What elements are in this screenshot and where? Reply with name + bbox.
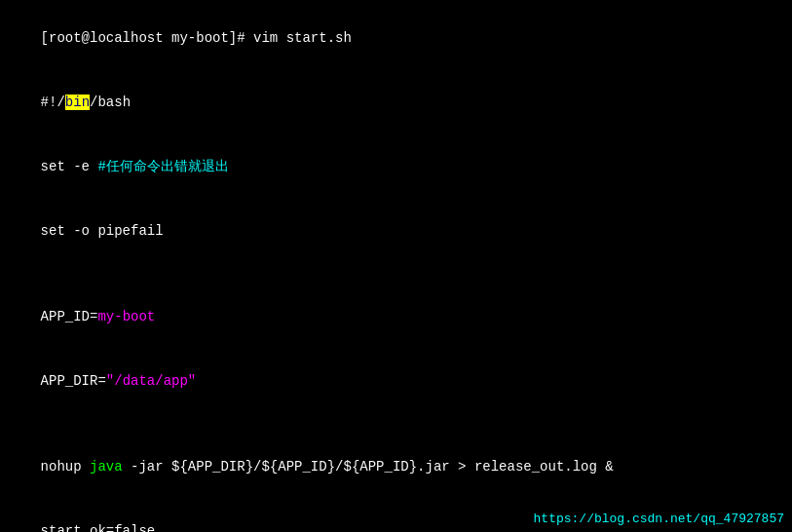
set-o-cmd: set -o pipefail — [41, 223, 164, 239]
app-dir-val: "/data/app" — [106, 373, 196, 389]
line-app-id: APP_ID=my-boot — [8, 285, 784, 349]
line-set-e: set -e #任何命令出错就退出 — [8, 134, 784, 199]
line-set-o: set -o pipefail — [8, 199, 784, 263]
line-nohup: nohup java -jar ${APP_DIR}/${APP_ID}/${A… — [8, 435, 784, 499]
nohup-cmd: nohup — [41, 459, 90, 475]
nohup-rest: -jar ${APP_DIR}/${APP_ID}/${APP_ID}.jar … — [123, 459, 614, 475]
shebang-bash: /bash — [90, 95, 131, 110]
line-shebang: #!/bin/bash — [8, 70, 784, 134]
shebang-prefix: #!/ — [41, 95, 65, 110]
app-id-var: APP_ID — [41, 309, 90, 324]
line-blank2 — [8, 413, 784, 435]
blog-url: https://blog.csdn.net/qq_47927857 — [534, 512, 784, 526]
start-ok-text: start_ok=false — [41, 523, 156, 532]
shebang-bin: bin — [65, 95, 90, 110]
line-blank1 — [8, 263, 784, 285]
line-prompt: [root@localhost my-boot]# vim start.sh — [8, 6, 784, 70]
app-dir-var: APP_DIR — [41, 373, 98, 389]
prompt-text: [root@localhost my-boot]# vim start.sh — [41, 30, 352, 46]
app-id-val: my-boot — [97, 309, 155, 324]
app-dir-eq: = — [97, 373, 105, 389]
line-app-dir: APP_DIR="/data/app" — [8, 349, 784, 413]
set-e-comment: #任何命令出错就退出 — [97, 159, 228, 174]
terminal-window: [root@localhost my-boot]# vim start.sh #… — [0, 0, 792, 532]
nohup-java: java — [90, 459, 123, 475]
set-e-cmd: set -e — [41, 159, 98, 174]
